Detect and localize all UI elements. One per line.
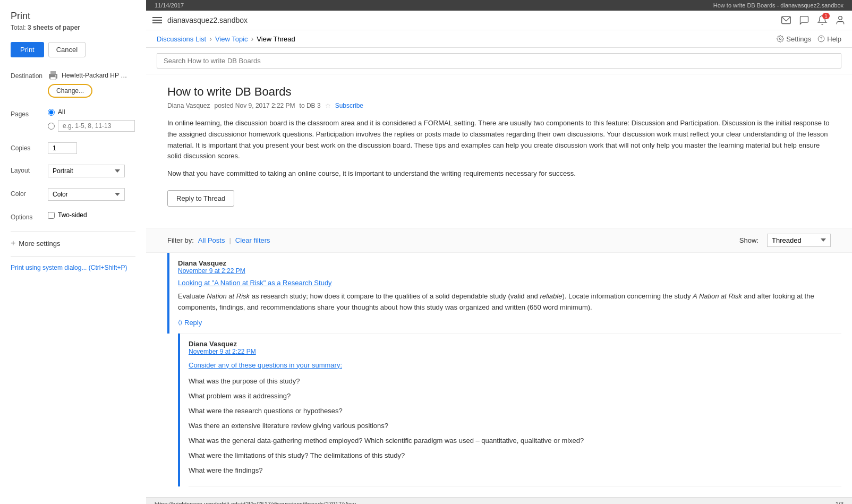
post-body-para1: In online learning, the discussion board… [167,118,831,162]
show-select[interactable]: Threaded Flat Unread first [767,234,831,247]
pages-value: All [48,108,135,132]
nav-bar: dianavasquez2.sandbox 1 [146,11,852,30]
search-bar [146,48,852,74]
threads-container: Diana Vasquez November 9 at 2:22 PM Look… [146,253,852,497]
nested-question-5: What was the general data-gathering meth… [189,435,841,447]
pages-custom-radio[interactable] [48,123,55,130]
filter-bar: Filter by: All Posts | Clear filters Sho… [146,228,852,253]
star-icon: ☆ [325,102,331,109]
nested-thread-author: Diana Vasquez [189,340,841,348]
color-value: Color Black and white [48,188,135,201]
nested-indent-line [178,334,180,487]
user-icon[interactable] [835,15,846,25]
post-date: posted Nov 9, 2017 2:22 PM [215,102,295,109]
pages-radio-group: All [48,108,135,132]
print-title: Print [11,11,135,22]
thread-content: Diana Vasquez November 9 at 2:22 PM Look… [178,253,841,334]
copies-label: Copies [11,142,48,152]
copies-input[interactable] [48,142,77,154]
thread-author: Diana Vasquez [178,259,841,267]
svg-point-6 [780,38,782,40]
more-settings-button[interactable]: + More settings [11,238,135,248]
bottom-bar: https://brightspace.vanderbilt.edu/d2l/l… [146,497,852,504]
destination-box: Hewlett-Packard HP Co... [48,70,135,81]
post-body-para2: Now that you have committed to taking an… [167,168,831,180]
browser-page-title: How to write DB Boards - dianavasquez2.s… [713,2,844,8]
thread-reply-label: Reply [184,319,202,327]
copies-value [48,142,135,154]
show-label: Show: [739,236,759,244]
reply-to-thread-button[interactable]: Reply to Thread [167,190,234,207]
options-label: Options [11,211,48,221]
breadcrumb-bar: Discussions List › View Topic › View Thr… [146,30,852,48]
notification-badge: 1 [822,13,830,19]
nested-thread: Diana Vasquez November 9 at 2:22 PM Cons… [178,334,841,487]
help-link[interactable]: Help [817,35,841,43]
browser-panel: 11/14/2017 How to write DB Boards - dian… [146,0,852,504]
post-meta: Diana Vasquez posted Nov 9, 2017 2:22 PM… [167,102,831,109]
change-printer-button[interactable]: Change... [48,84,92,98]
browser-date: 11/14/2017 [155,2,184,8]
destination-row: Destination Hewlett-Packard HP Co... Cha… [11,70,135,98]
nested-post-content: Consider any of these questions in your … [189,360,841,477]
pages-custom-row [48,120,135,132]
layout-value: Portrait Landscape [48,165,135,177]
destination-value: Hewlett-Packard HP Co... Change... [48,70,135,98]
mail-icon[interactable] [781,15,791,25]
two-sided-checkbox[interactable] [48,212,55,219]
chat-icon[interactable] [799,15,810,25]
nested-question-2: What problem was it addressing? [189,390,841,402]
nested-thread-date: November 9 at 2:22 PM [189,348,841,355]
nested-question-3: What were the research questions or hypo… [189,405,841,417]
print-panel: Print Total: 3 sheets of paper Print Can… [0,0,146,504]
post-body: In online learning, the discussion board… [167,118,831,180]
thread-post-title[interactable]: Looking at "A Nation at Risk" as a Resea… [178,279,332,287]
filter-clear-link[interactable]: Clear filters [235,236,270,244]
more-settings-label: More settings [19,240,60,247]
search-input[interactable] [157,53,841,69]
nav-brand: dianavasquez2.sandbox [167,16,776,24]
nested-post-body: What was the purpose of this study? What… [189,375,841,477]
pages-all-row: All [48,108,135,116]
pages-label: Pages [11,108,48,118]
main-content: How to write DB Boards Diana Vasquez pos… [146,48,852,497]
color-select[interactable]: Color Black and white [48,188,125,201]
hamburger-icon[interactable] [152,17,162,23]
settings-link[interactable]: Settings [777,35,811,43]
filter-by-label: Filter by: [167,236,194,244]
nested-question-7: What were the findings? [189,465,841,476]
nav-icons: 1 [781,15,846,25]
reply-arrow-icon: ⟨⟩ [178,319,182,326]
print-button[interactable]: Print [11,42,44,57]
printer-name: Hewlett-Packard HP Co... [62,72,131,79]
notification-icon[interactable]: 1 [817,15,828,25]
nested-thread-date-link[interactable]: November 9 at 2:22 PM [189,348,256,355]
breadcrumb-sep-1: › [209,35,212,43]
print-buttons: Print Cancel [11,42,135,57]
pages-all-radio[interactable] [48,109,55,116]
thread-date: November 9 at 2:22 PM [178,267,841,275]
table-row: Diana Vasquez November 9 at 2:22 PM Cons… [178,334,841,487]
subscribe-link[interactable]: Subscribe [335,102,363,109]
post-container: How to write DB Boards Diana Vasquez pos… [146,74,852,228]
print-system-dialog-link[interactable]: Print using system dialog... (Ctrl+Shift… [11,264,127,271]
settings-icon [777,35,784,42]
breadcrumb-actions: Settings Help [777,35,841,43]
svg-point-7 [818,36,824,42]
post-author: Diana Vasquez [167,102,210,109]
post-to: to DB 3 [300,102,321,109]
nested-post-title[interactable]: Consider any of these questions in your … [189,360,342,371]
nested-question-1: What was the purpose of this study? [189,375,841,387]
cancel-button[interactable]: Cancel [48,42,86,57]
thread-date-link[interactable]: November 9 at 2:22 PM [178,267,245,275]
svg-rect-1 [50,71,56,74]
thread-reply-link[interactable]: ⟨⟩ Reply [178,319,841,327]
breadcrumb-sep-2: › [251,35,254,43]
filter-all-posts[interactable]: All Posts [198,236,225,244]
pages-custom-input[interactable] [58,120,135,132]
two-sided-row: Two-sided [48,211,135,219]
pages-row: Pages All [11,108,135,132]
breadcrumb-view-topic[interactable]: View Topic [215,35,248,43]
layout-select[interactable]: Portrait Landscape [48,165,125,177]
breadcrumb-discussions-list[interactable]: Discussions List [157,35,206,43]
